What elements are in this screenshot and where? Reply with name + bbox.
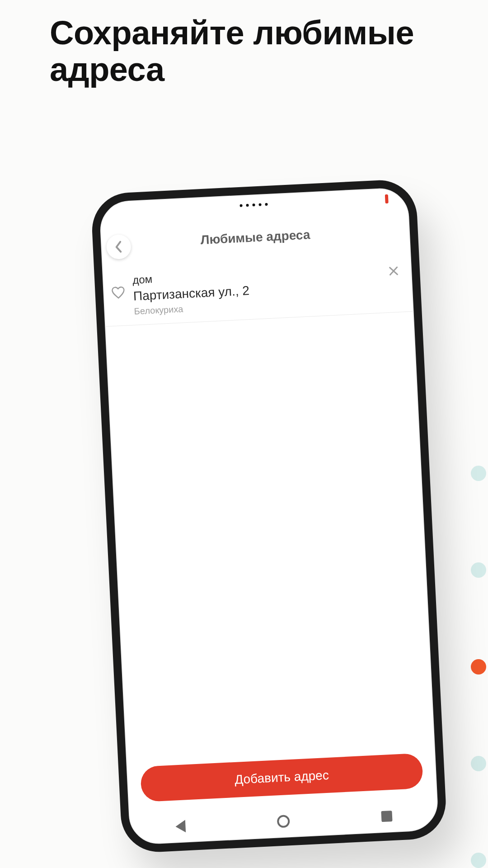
address-item[interactable]: дом Партизанская ул., 2 Белокуриха [102, 256, 413, 327]
battery-low-icon [385, 194, 389, 203]
pagination-dot-active[interactable] [471, 659, 486, 675]
nav-home-icon[interactable] [277, 815, 290, 828]
app-screen: Любимые адреса дом Партизанская ул., 2 Б… [100, 207, 437, 813]
pagination-dot[interactable] [471, 466, 486, 481]
title-bar: Любимые адреса [100, 212, 411, 263]
chevron-left-icon [114, 241, 123, 254]
remove-address-button[interactable] [385, 263, 402, 280]
carousel-pagination [471, 466, 486, 868]
pagination-dot[interactable] [471, 562, 486, 578]
address-list: дом Партизанская ул., 2 Белокуриха [102, 256, 413, 327]
pagination-dot[interactable] [471, 853, 486, 868]
nav-recent-icon[interactable] [381, 811, 393, 822]
promo-headline: Сохраняйте любимые адреса [50, 14, 461, 88]
close-icon [388, 265, 399, 277]
back-button[interactable] [106, 234, 131, 260]
speaker-dots-icon [239, 203, 267, 207]
heart-icon [111, 286, 126, 301]
screen-title: Любимые адреса [200, 227, 310, 247]
pagination-dot[interactable] [471, 756, 486, 771]
add-address-button[interactable]: Добавить адрес [140, 753, 423, 802]
phone-mockup: Любимые адреса дом Партизанская ул., 2 Б… [90, 179, 447, 854]
nav-back-icon[interactable] [175, 820, 186, 833]
